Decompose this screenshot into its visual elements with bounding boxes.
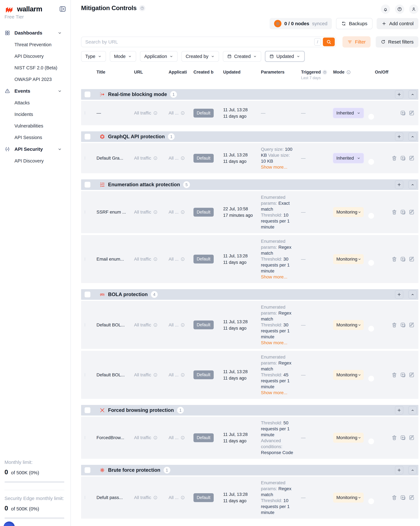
edit-button[interactable] [409,256,415,262]
row-checkbox[interactable] [85,111,85,115]
sidebar-section-events[interactable]: Events [4,85,66,97]
sidebar-collapse-button[interactable] [59,5,66,13]
mode-select[interactable]: Monitoring [333,207,364,217]
group-checkbox[interactable] [85,91,90,97]
row-checkbox[interactable] [85,156,85,160]
delete-button[interactable] [391,494,398,501]
row-checkbox[interactable] [85,436,85,439]
show-more-link[interactable]: Show more... [261,340,287,346]
group-checkbox[interactable] [85,134,90,140]
duplicate-button[interactable] [400,372,406,378]
reset-filters-button[interactable]: Reset filters [376,36,418,48]
duplicate-button[interactable] [400,110,406,116]
mode-select[interactable]: Inherited [333,153,364,163]
show-more-link[interactable]: Show more... [261,164,287,170]
sidebar-item-threat-prevention[interactable]: Threat Prevention [4,39,66,51]
edit-button[interactable] [409,209,415,215]
group-name: BOLA protection [108,292,148,297]
add-control-button[interactable]: Add control [377,18,418,29]
group-collapse-button[interactable] [409,466,417,474]
mode-select[interactable]: Monitoring [333,254,364,264]
duplicate-button[interactable] [400,209,406,215]
duplicate-button[interactable] [400,322,406,328]
group-add-button[interactable] [395,181,403,189]
column-url: URL [134,70,169,75]
row-parameters: Threshold: 50 requests per 1 minute Adva… [261,420,301,455]
delete-button[interactable] [391,322,398,328]
filter-chip-created-by[interactable]: Created by [181,51,219,62]
row-checkbox[interactable] [85,373,85,376]
nodes-synced-chip[interactable]: 0 / 0 nodes synced [270,18,332,29]
delete-button[interactable] [391,435,398,441]
filter-chip-created[interactable]: Created [223,51,261,62]
row-url: All traffic [134,323,169,328]
mode-select[interactable]: Monitoring [333,320,364,330]
search-input[interactable] [85,39,314,45]
edit-button[interactable] [409,494,415,501]
group-collapse-button[interactable] [409,90,417,99]
mode-select[interactable]: Monitoring [333,493,364,503]
duplicate-button[interactable] [400,494,406,501]
sidebar-item-attacks[interactable]: Attacks [4,97,66,109]
show-more-link[interactable]: Show more... [261,274,287,280]
account-button[interactable] [409,4,418,14]
filter-chip-type[interactable]: Type [81,51,106,62]
duplicate-button[interactable] [400,155,406,161]
duplicate-button[interactable] [400,256,406,262]
page-help-icon[interactable] [139,5,145,11]
group-add-button[interactable] [395,466,403,474]
sidebar-item-api-discovery[interactable]: API Discovery [4,155,66,167]
group-add-button[interactable] [395,132,403,141]
group-checkbox[interactable] [85,407,90,413]
sidebar-section-api-security[interactable]: API Security [4,143,66,155]
edit-button[interactable] [409,322,415,328]
notifications-button[interactable] [381,4,390,14]
edit-button[interactable] [409,110,415,116]
row-checkbox[interactable] [85,257,85,261]
group-checkbox[interactable] [85,292,90,297]
delete-button[interactable] [391,155,398,161]
group-add-button[interactable] [395,290,403,299]
group-add-button[interactable] [395,90,403,99]
sidebar-item-owasp-api-2023[interactable]: OWASP API 2023 [4,73,66,85]
duplicate-button[interactable] [400,435,406,441]
edit-button[interactable] [409,372,415,378]
sidebar-section-dashboards[interactable]: Dashboards [4,27,66,39]
delete-button[interactable] [391,209,398,215]
row-checkbox[interactable] [85,496,85,499]
filter-chip-application[interactable]: Application [140,51,178,62]
mode-select[interactable]: Inherited [333,108,364,118]
mode-select[interactable]: Monitoring [333,370,364,380]
delete-button[interactable] [391,256,398,262]
sidebar-item-api-sessions[interactable]: API Sessions [4,132,66,143]
row-triggered: — [301,257,328,262]
filter-chip-updated[interactable]: Updated [265,51,305,62]
sidebar-item-api-discovery[interactable]: API Discovery [4,51,66,62]
group-checkbox[interactable] [85,467,90,473]
control-group-enumeration-attack-protection: 123 Enumeration attack protection 5 SSRF… [81,179,418,283]
mode-select[interactable]: Monitoring [333,433,364,443]
sidebar-item-incidents[interactable]: Incidents [4,109,66,120]
help-button[interactable] [395,4,404,14]
edit-button[interactable] [409,435,415,441]
edit-button[interactable] [409,155,415,161]
group-collapse-button[interactable] [409,132,417,141]
delete-button[interactable] [391,372,398,378]
triggered-help-icon[interactable] [322,70,327,75]
group-add-button[interactable] [395,406,403,415]
row-checkbox[interactable] [85,210,85,214]
row-updated: 11 Jul, 13:2811 days ago [217,152,261,165]
show-more-link[interactable]: Show more... [261,390,287,396]
sidebar-item-nist-csf-2-0-beta-[interactable]: NIST CSF 2.0 (Beta) [4,62,66,73]
group-collapse-button[interactable] [409,290,417,299]
search-button[interactable] [323,38,335,46]
filter-button[interactable]: Filter [342,36,370,48]
group-checkbox[interactable] [85,182,90,188]
sidebar-item-vulnerabilities[interactable]: Vulnerabilities [4,120,66,132]
group-collapse-button[interactable] [409,406,417,415]
info-icon [180,373,185,377]
row-checkbox[interactable] [85,323,85,327]
backups-button[interactable]: Backups [336,18,372,29]
filter-chip-mode[interactable]: Mode [110,51,136,62]
group-collapse-button[interactable] [409,181,417,189]
